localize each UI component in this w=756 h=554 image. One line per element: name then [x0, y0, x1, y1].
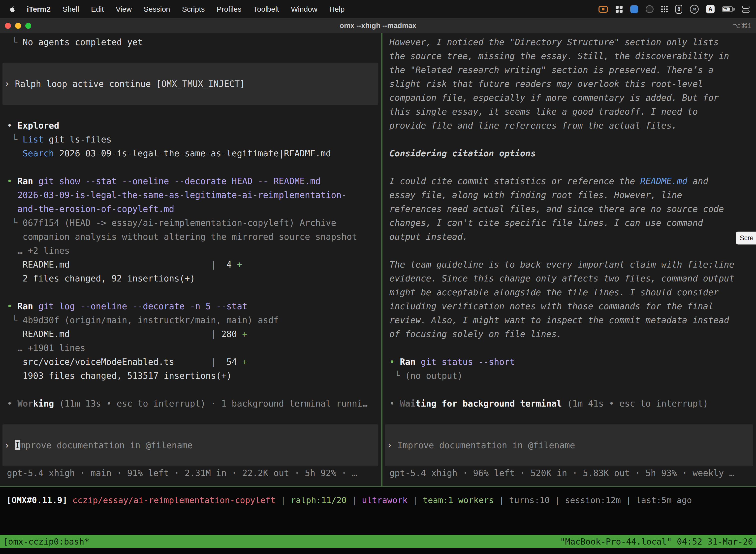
control-center-icon[interactable] — [742, 6, 750, 13]
text-segment: the "Related research writing" section i… — [389, 65, 713, 75]
text-segment: | — [494, 495, 509, 505]
text-segment: [OMX#0.11.9] — [6, 495, 72, 505]
menu-bar: iTerm2 Shell Edit View Session Scripts P… — [0, 0, 756, 18]
text-segment: companion file, especially if more comme… — [389, 93, 719, 103]
dark-app-icon[interactable] — [646, 5, 653, 13]
text-segment — [416, 357, 421, 367]
menu-item-shell[interactable]: Shell — [57, 5, 85, 13]
text-segment: Explored — [17, 121, 59, 130]
text-segment: mprove documentation in @filename — [20, 440, 192, 450]
terminal-line: • Ran git log --oneline --decorate -n 5 … — [7, 299, 247, 313]
text-segment: 280 — [216, 329, 242, 339]
text-segment: slight risk that future readers may over… — [389, 79, 703, 89]
terminal-line: └ List git ls-files — [7, 132, 111, 147]
terminal-line: output instead. — [389, 230, 468, 244]
text-segment: + — [242, 329, 247, 339]
terminal-line: changes, I can't cite specific file line… — [389, 216, 703, 230]
text-segment: king — [33, 399, 54, 408]
terminal-line: Search 2026-03-09-is-legal-the-same-as-l… — [7, 147, 331, 160]
text-segment: 2 files changed, 92 insertions(+) — [7, 274, 195, 283]
screen-tooltip-label: Scre — [740, 234, 754, 242]
terminal-line: companion file, especially if more comme… — [389, 91, 719, 105]
text-segment: git show --stat --oneline --decorate HEA… — [38, 176, 320, 186]
text-segment: git status --short — [421, 357, 515, 367]
text-segment: Improve documentation in @filename — [397, 440, 575, 450]
text-segment: README.md — [7, 260, 70, 270]
terminal-line: • Ran git status --short — [389, 355, 515, 369]
terminal-line: this single essay, it seems like a good … — [389, 105, 698, 119]
traffic-lights — [5, 18, 31, 33]
tmux-status-bar: [omx-cczip0:bash* "MacBook-Pro-44.local"… — [0, 535, 756, 548]
text-segment: review. Also, I might want to inspect th… — [389, 315, 729, 325]
screen-tooltip[interactable]: Scre — [736, 232, 756, 244]
menu-item-view[interactable]: View — [110, 5, 138, 13]
terminal-line: including verification notes with those … — [389, 299, 713, 313]
right-terminal-pane[interactable]: However, I noticed the "Directory Struct… — [382, 33, 756, 486]
menu-item-iterm2[interactable]: iTerm2 — [21, 5, 57, 13]
menu-item-window[interactable]: Window — [285, 5, 323, 13]
minimize-button[interactable] — [15, 23, 21, 29]
menu-item-profiles[interactable]: Profiles — [210, 5, 247, 13]
window-shortcut: ⌥⌘1 — [733, 21, 752, 30]
text-segment: evidence. Since this change only affects… — [389, 274, 735, 283]
input-source-icon[interactable]: A — [706, 5, 714, 13]
text-segment: cczip/essay/ai-reimplementation-copyleft — [72, 495, 275, 505]
menu-item-scripts[interactable]: Scripts — [176, 5, 211, 13]
iterm2-window: iTerm2 Shell Edit View Session Scripts P… — [0, 0, 756, 554]
terminal-line: gpt-5.4 xhigh · main · 91% left · 2.31M … — [7, 466, 357, 480]
text-segment: › — [387, 440, 397, 450]
battery-icon[interactable]: ϟ — [722, 6, 735, 12]
terminal-line: essay file, along with finding root file… — [389, 188, 682, 202]
screen-recording-icon[interactable] — [598, 6, 608, 13]
terminal-line: companion analysis without altering the … — [7, 230, 357, 244]
terminal-line: 2026-03-09-is-legal-the-same-as-legitima… — [7, 188, 347, 202]
text-segment: 4 — [216, 260, 237, 270]
text-segment: • — [7, 399, 17, 408]
text-segment: gpt-5.4 xhigh · 96% left · 520K in · 5.8… — [389, 468, 735, 478]
text-segment: turns:10 — [509, 495, 550, 505]
zoom-button[interactable] — [25, 23, 31, 29]
text-segment: changes, I can't cite specific file line… — [389, 218, 703, 228]
text-segment: ultrawork — [362, 495, 407, 505]
text-segment: Search — [22, 149, 54, 158]
menu-bar-status-icons: 8 .61 A ϟ — [598, 5, 751, 14]
terminal-line: review. Also, I might want to inspect th… — [389, 313, 729, 327]
menu-item-toolbelt[interactable]: Toolbelt — [248, 5, 285, 13]
terminal-line: However, I noticed the "Directory Struct… — [389, 35, 719, 49]
dots-grid-icon[interactable] — [661, 6, 668, 13]
window-grid-icon[interactable] — [615, 5, 623, 13]
text-segment: … +1901 lines — [7, 343, 85, 353]
key-badge-icon[interactable]: 8 — [675, 5, 682, 14]
gauge-icon[interactable]: .61 — [690, 5, 699, 14]
text-segment: • — [389, 357, 400, 367]
terminal-line: might be acceptable alongside the file l… — [389, 285, 719, 299]
menu-item-session[interactable]: Session — [138, 5, 176, 13]
text-segment: 54 — [216, 357, 242, 367]
menu-item-help[interactable]: Help — [323, 5, 351, 13]
terminal-line: • Explored — [7, 119, 59, 132]
text-segment: Wai — [400, 399, 416, 408]
close-button[interactable] — [5, 23, 11, 29]
terminal-line: the "Related research writing" section i… — [389, 63, 713, 77]
terminal-line: › Ralph loop active continue [OMX_TMUX_I… — [4, 77, 245, 91]
terminal-line: └ 067f154 (HEAD -> essay/ai-reimplementa… — [7, 216, 336, 230]
text-segment: Ran — [17, 301, 33, 311]
terminal-line: evidence. Since this change only affects… — [389, 272, 735, 285]
text-segment: Ran — [400, 357, 416, 367]
text-segment: and-the-erosion-of-copyleft.md — [7, 204, 174, 214]
terminal-line: … +2 lines — [7, 244, 70, 258]
blue-app-icon[interactable] — [630, 5, 638, 13]
menu-item-edit[interactable]: Edit — [85, 5, 110, 13]
text-segment: essay file, along with finding root file… — [389, 190, 682, 200]
text-segment: git log --oneline --decorate -n 5 --stat — [38, 301, 247, 311]
text-segment: • — [7, 301, 17, 311]
apple-menu-icon[interactable] — [5, 6, 21, 13]
text-segment: | — [275, 495, 291, 505]
text-segment: the source tree, missing the essay. Stil… — [389, 51, 729, 61]
text-segment: ting for background terminal — [416, 399, 562, 408]
left-terminal-pane[interactable]: └ No agents completed yet› Ralph loop ac… — [0, 33, 381, 486]
text-segment: • — [7, 176, 17, 186]
terminal-line: gpt-5.4 xhigh · 96% left · 520K in · 5.8… — [389, 466, 735, 480]
omx-status-line: [OMX#0.11.9] cczip/essay/ai-reimplementa… — [6, 493, 756, 507]
text-segment: README.md — [640, 176, 687, 186]
